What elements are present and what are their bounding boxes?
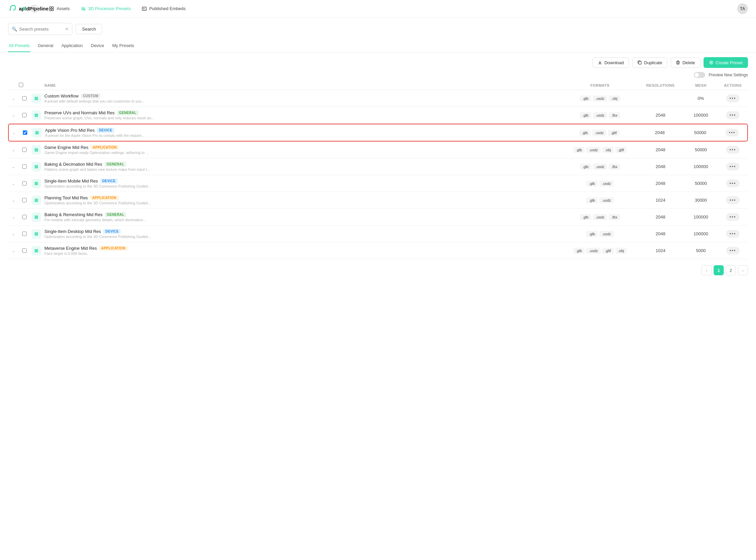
more-actions-button[interactable]: •••: [726, 111, 739, 119]
table-row[interactable]: ⌄ Baking & Decimation Mid Res GENERAL Fl…: [8, 158, 748, 175]
tab-general[interactable]: General: [37, 40, 54, 52]
search-input[interactable]: [19, 26, 63, 32]
row-expand-button[interactable]: ⌄: [8, 147, 19, 152]
tab-all-presets[interactable]: All Presets: [8, 40, 30, 52]
row-mesh: 100000: [684, 113, 718, 118]
row-icon: [30, 213, 43, 222]
svg-rect-7: [639, 61, 641, 64]
search-button[interactable]: Search: [76, 24, 102, 34]
table-row[interactable]: ⌄ Planning Tool Mid Res APPLICATION Opti…: [8, 192, 748, 209]
format-tag: .fbx: [609, 214, 620, 220]
row-expand-button[interactable]: ⌄: [8, 181, 19, 186]
nav-3d-processor[interactable]: 3D Processor Presets: [80, 5, 131, 13]
more-actions-button[interactable]: •••: [726, 196, 739, 204]
format-tag: .usdz: [586, 147, 600, 153]
row-mesh: 30000: [684, 198, 718, 203]
row-checkbox[interactable]: [22, 164, 26, 169]
row-expand-button[interactable]: ⌄: [8, 113, 19, 118]
table-row[interactable]: ⌄ Single-Item Desktop Mid Res DEVICE Opt…: [8, 225, 748, 242]
create-preset-button[interactable]: ⊕ Create Preset: [703, 57, 748, 68]
col-actions-header: ACTIONS: [718, 83, 748, 87]
table-row[interactable]: ⌄ Custom Workflow CUSTOM A preset with d…: [8, 90, 748, 107]
row-expand-button[interactable]: ⌄: [8, 215, 19, 220]
more-actions-button[interactable]: •••: [726, 247, 739, 255]
clear-button[interactable]: ✕: [65, 27, 69, 31]
more-actions-button[interactable]: •••: [726, 213, 739, 221]
row-checkbox-wrap[interactable]: [19, 147, 30, 152]
row-icon: [30, 94, 43, 103]
download-button[interactable]: Download: [593, 58, 629, 68]
more-actions-button[interactable]: •••: [726, 230, 739, 238]
row-checkbox[interactable]: [22, 215, 26, 219]
nav-assets[interactable]: Assets: [49, 5, 70, 13]
row-checkbox-wrap[interactable]: [19, 215, 30, 219]
tab-device[interactable]: Device: [90, 40, 105, 52]
more-actions-button[interactable]: •••: [725, 129, 739, 137]
preset-icon: [32, 213, 41, 222]
help-button[interactable]: ?: [31, 5, 38, 13]
row-name-text: Game Engine Mid Res: [44, 145, 89, 150]
row-info: Apple Vision Pro Mid Res DEVICE A preset…: [44, 128, 562, 138]
duplicate-button[interactable]: Duplicate: [632, 58, 667, 68]
table-wrap: NAME FORMATS RESOLUTIONS MESH ACTIONS ⌄ …: [0, 81, 756, 259]
row-checkbox[interactable]: [22, 248, 26, 253]
row-name: Game Engine Mid Res APPLICATION: [44, 145, 563, 150]
row-checkbox-wrap[interactable]: [19, 164, 30, 169]
row-expand-button[interactable]: ⌄: [8, 164, 19, 169]
table-row[interactable]: ⌄ Metaverse Engine Mid Res APPLICATION F…: [8, 242, 748, 259]
more-actions-button[interactable]: •••: [726, 163, 739, 171]
row-description: For models with intricate geometry detai…: [44, 218, 563, 222]
row-checkbox-wrap[interactable]: [19, 198, 30, 202]
row-checkbox-wrap[interactable]: [19, 181, 30, 185]
avatar[interactable]: TA: [737, 3, 748, 14]
table-row[interactable]: ⌄ Single-Item Mobile Mid Res DEVICE Opti…: [8, 175, 748, 192]
tab-my-presets[interactable]: My Presets: [112, 40, 135, 52]
row-info: Custom Workflow CUSTOM A preset with def…: [43, 94, 563, 103]
row-name-text: Baking & Remeshing Mid Res: [44, 212, 102, 217]
row-checkbox-wrap[interactable]: [19, 248, 30, 253]
row-expand-button[interactable]: ⌄: [8, 232, 19, 236]
more-actions-button[interactable]: •••: [726, 180, 739, 187]
row-description: A preset with default settings that you …: [44, 99, 563, 103]
row-expand-button[interactable]: ⌄: [9, 131, 20, 135]
nav-published-embeds[interactable]: Published Embeds: [141, 5, 186, 13]
page-1-button[interactable]: 1: [714, 265, 724, 275]
row-checkbox[interactable]: [22, 232, 26, 236]
table-row[interactable]: ⌄ Preserve UVs and Normals Mid Res GENER…: [8, 107, 748, 124]
prev-page-button[interactable]: ‹: [701, 265, 712, 275]
tab-application[interactable]: Application: [60, 40, 83, 52]
row-checkbox-wrap[interactable]: [20, 131, 30, 135]
row-description: Preserves scene graph, UVs, normals and …: [44, 116, 563, 120]
row-checkbox[interactable]: [22, 113, 26, 117]
row-expand-button[interactable]: ⌄: [8, 198, 19, 203]
row-checkbox-wrap[interactable]: [19, 96, 30, 100]
table-row[interactable]: ⌄ Baking & Remeshing Mid Res GENERAL For…: [8, 209, 748, 225]
next-page-button[interactable]: ›: [738, 265, 748, 275]
search-icon: 🔍: [12, 26, 17, 32]
table-row[interactable]: ⌄ Game Engine Mid Res APPLICATION Game E…: [8, 141, 748, 158]
nav-3d-processor-label: 3D Processor Presets: [88, 6, 131, 11]
table-row[interactable]: ⌄ Apple Vision Pro Mid Res DEVICE A pres…: [8, 124, 748, 141]
more-actions-button[interactable]: •••: [726, 95, 739, 102]
row-name-text: Preserve UVs and Normals Mid Res: [44, 110, 115, 115]
page-2-button[interactable]: 2: [726, 265, 736, 275]
row-checkbox[interactable]: [22, 96, 26, 100]
row-formats: .glb.usdz.gltf: [562, 130, 636, 136]
row-checkbox-wrap[interactable]: [19, 113, 30, 117]
row-checkbox[interactable]: [22, 181, 26, 185]
delete-button[interactable]: Delete: [671, 58, 700, 68]
row-checkbox[interactable]: [22, 147, 26, 152]
row-checkbox-wrap[interactable]: [19, 232, 30, 236]
row-checkbox[interactable]: [23, 131, 27, 135]
more-actions-button[interactable]: •••: [726, 146, 739, 154]
col-check-header[interactable]: [19, 83, 30, 88]
row-badge: GENERAL: [117, 110, 139, 115]
row-checkbox[interactable]: [22, 198, 26, 202]
row-mesh: 0%: [684, 96, 718, 101]
select-all-checkbox[interactable]: [19, 83, 23, 87]
row-mesh: 50000: [683, 130, 717, 135]
logo[interactable]: apidPipeline R: [8, 3, 26, 14]
preview-toggle[interactable]: [694, 72, 705, 78]
row-expand-button[interactable]: ⌄: [8, 96, 19, 101]
row-expand-button[interactable]: ⌄: [8, 248, 19, 253]
